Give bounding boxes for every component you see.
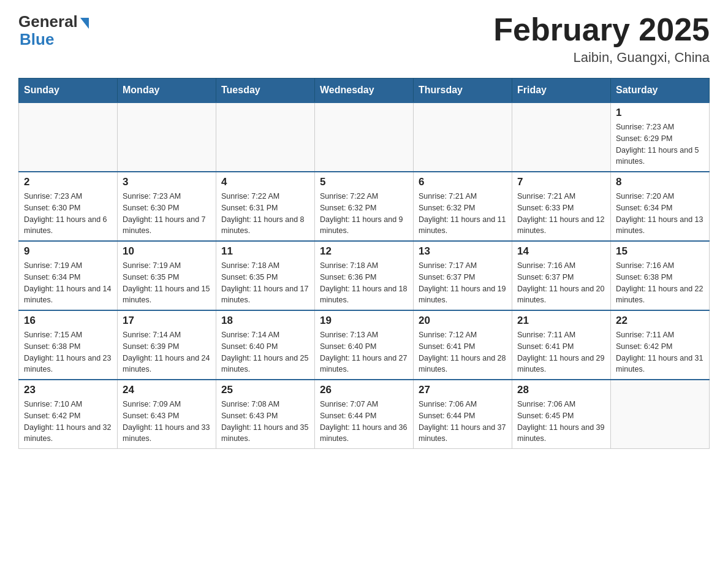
day-info: Sunrise: 7:12 AMSunset: 6:41 PMDaylight:… [419, 329, 507, 375]
calendar-header-monday: Monday [118, 79, 216, 103]
day-number: 15 [616, 245, 704, 258]
day-info: Sunrise: 7:16 AMSunset: 6:37 PMDaylight:… [517, 260, 605, 306]
day-number: 17 [123, 315, 211, 327]
calendar-header-row: SundayMondayTuesdayWednesdayThursdayFrid… [19, 79, 710, 103]
logo: General Blue [18, 12, 89, 49]
calendar-cell: 13Sunrise: 7:17 AMSunset: 6:37 PMDayligh… [414, 241, 512, 310]
logo-general-text: General [18, 12, 78, 31]
day-info: Sunrise: 7:21 AMSunset: 6:32 PMDaylight:… [419, 191, 507, 237]
day-info: Sunrise: 7:19 AMSunset: 6:35 PMDaylight:… [123, 260, 211, 306]
calendar-cell: 21Sunrise: 7:11 AMSunset: 6:41 PMDayligh… [512, 310, 611, 380]
day-number: 2 [24, 176, 112, 188]
week-row-4: 16Sunrise: 7:15 AMSunset: 6:38 PMDayligh… [19, 310, 710, 380]
day-info: Sunrise: 7:18 AMSunset: 6:36 PMDaylight:… [320, 260, 408, 306]
day-info: Sunrise: 7:22 AMSunset: 6:32 PMDaylight:… [320, 191, 408, 237]
calendar-cell: 5Sunrise: 7:22 AMSunset: 6:32 PMDaylight… [315, 172, 414, 241]
calendar-header-thursday: Thursday [414, 79, 512, 103]
day-info: Sunrise: 7:08 AMSunset: 6:43 PMDaylight:… [221, 399, 309, 445]
day-info: Sunrise: 7:10 AMSunset: 6:42 PMDaylight:… [24, 399, 112, 445]
title-section: February 2025 Laibin, Guangxi, China [493, 12, 710, 66]
calendar-cell: 19Sunrise: 7:13 AMSunset: 6:40 PMDayligh… [315, 310, 414, 380]
calendar-cell: 3Sunrise: 7:23 AMSunset: 6:30 PMDaylight… [118, 172, 216, 241]
calendar-cell: 25Sunrise: 7:08 AMSunset: 6:43 PMDayligh… [216, 380, 315, 449]
day-info: Sunrise: 7:07 AMSunset: 6:44 PMDaylight:… [320, 399, 408, 445]
day-number: 9 [24, 245, 112, 258]
calendar-cell: 28Sunrise: 7:06 AMSunset: 6:45 PMDayligh… [512, 380, 611, 449]
day-info: Sunrise: 7:19 AMSunset: 6:34 PMDaylight:… [24, 260, 112, 306]
day-number: 5 [320, 176, 408, 188]
day-number: 3 [123, 176, 211, 188]
calendar-header-wednesday: Wednesday [315, 79, 414, 103]
day-info: Sunrise: 7:06 AMSunset: 6:45 PMDaylight:… [517, 399, 605, 445]
logo-blue-text: Blue [20, 30, 54, 49]
calendar-cell: 26Sunrise: 7:07 AMSunset: 6:44 PMDayligh… [315, 380, 414, 449]
calendar-header-friday: Friday [512, 79, 611, 103]
day-number: 12 [320, 245, 408, 258]
day-info: Sunrise: 7:14 AMSunset: 6:40 PMDaylight:… [221, 329, 309, 375]
day-number: 13 [419, 245, 507, 258]
day-number: 4 [221, 176, 309, 188]
week-row-1: 1Sunrise: 7:23 AMSunset: 6:29 PMDaylight… [19, 102, 710, 172]
calendar-cell: 7Sunrise: 7:21 AMSunset: 6:33 PMDaylight… [512, 172, 611, 241]
day-number: 27 [419, 384, 507, 396]
calendar-cell: 22Sunrise: 7:11 AMSunset: 6:42 PMDayligh… [611, 310, 710, 380]
week-row-2: 2Sunrise: 7:23 AMSunset: 6:30 PMDaylight… [19, 172, 710, 241]
day-number: 23 [24, 384, 112, 396]
calendar-cell [19, 102, 118, 172]
calendar-cell: 11Sunrise: 7:18 AMSunset: 6:35 PMDayligh… [216, 241, 315, 310]
calendar-cell [414, 102, 512, 172]
day-number: 25 [221, 384, 309, 396]
day-info: Sunrise: 7:23 AMSunset: 6:29 PMDaylight:… [616, 121, 704, 167]
calendar-cell [216, 102, 315, 172]
calendar-cell: 2Sunrise: 7:23 AMSunset: 6:30 PMDaylight… [19, 172, 118, 241]
calendar-header-sunday: Sunday [19, 79, 118, 103]
day-number: 22 [616, 315, 704, 327]
logo-arrow-icon [80, 18, 89, 29]
calendar-cell: 17Sunrise: 7:14 AMSunset: 6:39 PMDayligh… [118, 310, 216, 380]
calendar-cell: 18Sunrise: 7:14 AMSunset: 6:40 PMDayligh… [216, 310, 315, 380]
calendar-cell: 10Sunrise: 7:19 AMSunset: 6:35 PMDayligh… [118, 241, 216, 310]
day-number: 1 [616, 107, 704, 119]
day-number: 19 [320, 315, 408, 327]
calendar-cell [611, 380, 710, 449]
calendar-cell: 1Sunrise: 7:23 AMSunset: 6:29 PMDaylight… [611, 102, 710, 172]
calendar-cell: 9Sunrise: 7:19 AMSunset: 6:34 PMDaylight… [19, 241, 118, 310]
calendar-cell: 4Sunrise: 7:22 AMSunset: 6:31 PMDaylight… [216, 172, 315, 241]
calendar-cell: 15Sunrise: 7:16 AMSunset: 6:38 PMDayligh… [611, 241, 710, 310]
week-row-5: 23Sunrise: 7:10 AMSunset: 6:42 PMDayligh… [19, 380, 710, 449]
calendar-cell: 12Sunrise: 7:18 AMSunset: 6:36 PMDayligh… [315, 241, 414, 310]
day-number: 20 [419, 315, 507, 327]
day-info: Sunrise: 7:11 AMSunset: 6:42 PMDaylight:… [616, 329, 704, 375]
day-info: Sunrise: 7:13 AMSunset: 6:40 PMDaylight:… [320, 329, 408, 375]
week-row-3: 9Sunrise: 7:19 AMSunset: 6:34 PMDaylight… [19, 241, 710, 310]
day-info: Sunrise: 7:20 AMSunset: 6:34 PMDaylight:… [616, 191, 704, 237]
location-text: Laibin, Guangxi, China [493, 50, 710, 66]
calendar-cell: 6Sunrise: 7:21 AMSunset: 6:32 PMDaylight… [414, 172, 512, 241]
day-info: Sunrise: 7:22 AMSunset: 6:31 PMDaylight:… [221, 191, 309, 237]
day-info: Sunrise: 7:23 AMSunset: 6:30 PMDaylight:… [123, 191, 211, 237]
calendar-cell [315, 102, 414, 172]
day-info: Sunrise: 7:15 AMSunset: 6:38 PMDaylight:… [24, 329, 112, 375]
calendar-cell: 24Sunrise: 7:09 AMSunset: 6:43 PMDayligh… [118, 380, 216, 449]
calendar-cell [118, 102, 216, 172]
calendar-cell: 14Sunrise: 7:16 AMSunset: 6:37 PMDayligh… [512, 241, 611, 310]
day-number: 26 [320, 384, 408, 396]
calendar-cell: 23Sunrise: 7:10 AMSunset: 6:42 PMDayligh… [19, 380, 118, 449]
day-info: Sunrise: 7:11 AMSunset: 6:41 PMDaylight:… [517, 329, 605, 375]
day-info: Sunrise: 7:17 AMSunset: 6:37 PMDaylight:… [419, 260, 507, 306]
day-info: Sunrise: 7:21 AMSunset: 6:33 PMDaylight:… [517, 191, 605, 237]
day-number: 6 [419, 176, 507, 188]
calendar-header-saturday: Saturday [611, 79, 710, 103]
day-number: 8 [616, 176, 704, 188]
calendar-cell: 8Sunrise: 7:20 AMSunset: 6:34 PMDaylight… [611, 172, 710, 241]
day-number: 18 [221, 315, 309, 327]
day-info: Sunrise: 7:18 AMSunset: 6:35 PMDaylight:… [221, 260, 309, 306]
day-number: 16 [24, 315, 112, 327]
day-number: 21 [517, 315, 605, 327]
calendar-table: SundayMondayTuesdayWednesdayThursdayFrid… [18, 78, 710, 449]
day-number: 14 [517, 245, 605, 258]
day-number: 11 [221, 245, 309, 258]
calendar-cell: 20Sunrise: 7:12 AMSunset: 6:41 PMDayligh… [414, 310, 512, 380]
day-info: Sunrise: 7:09 AMSunset: 6:43 PMDaylight:… [123, 399, 211, 445]
calendar-cell [512, 102, 611, 172]
